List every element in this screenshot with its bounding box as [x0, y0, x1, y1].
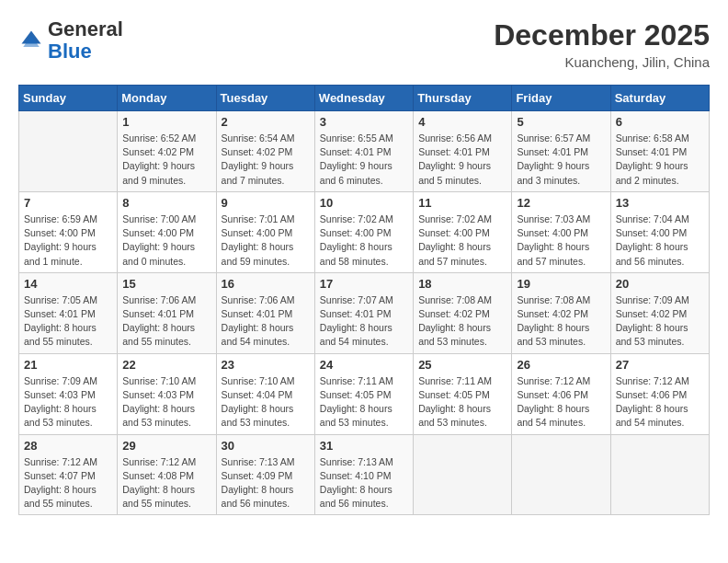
- calendar-day-cell: 27Sunrise: 7:12 AM Sunset: 4:06 PM Dayli…: [610, 353, 709, 434]
- day-number: 2: [222, 115, 310, 129]
- day-detail: Sunrise: 7:02 AM Sunset: 4:00 PM Dayligh…: [418, 213, 506, 269]
- calendar-day-cell: 30Sunrise: 7:13 AM Sunset: 4:09 PM Dayli…: [216, 434, 314, 515]
- weekday-header-cell: Friday: [512, 86, 610, 111]
- weekday-header-cell: Wednesday: [314, 86, 413, 111]
- calendar-day-cell: 25Sunrise: 7:11 AM Sunset: 4:05 PM Dayli…: [414, 353, 512, 434]
- calendar-day-cell: 26Sunrise: 7:12 AM Sunset: 4:06 PM Dayli…: [512, 353, 610, 434]
- day-detail: Sunrise: 7:11 AM Sunset: 4:05 PM Dayligh…: [320, 374, 408, 431]
- calendar-week-row: 28Sunrise: 7:12 AM Sunset: 4:07 PM Dayli…: [19, 434, 710, 515]
- weekday-header-cell: Sunday: [19, 86, 118, 111]
- calendar-day-cell: [19, 111, 118, 192]
- day-detail: Sunrise: 6:55 AM Sunset: 4:01 PM Dayligh…: [320, 132, 408, 188]
- day-number: 31: [320, 439, 408, 453]
- day-detail: Sunrise: 7:12 AM Sunset: 4:06 PM Dayligh…: [616, 374, 704, 431]
- day-number: 21: [24, 358, 112, 372]
- calendar-day-cell: [512, 434, 610, 515]
- day-number: 19: [517, 277, 605, 291]
- calendar-day-cell: 22Sunrise: 7:10 AM Sunset: 4:03 PM Dayli…: [118, 353, 216, 434]
- day-number: 16: [222, 277, 310, 291]
- day-number: 1: [122, 115, 210, 129]
- calendar-day-cell: 23Sunrise: 7:10 AM Sunset: 4:04 PM Dayli…: [216, 353, 314, 434]
- day-number: 3: [320, 115, 408, 129]
- day-detail: Sunrise: 7:06 AM Sunset: 4:01 PM Dayligh…: [122, 293, 210, 350]
- calendar-week-row: 14Sunrise: 7:05 AM Sunset: 4:01 PM Dayli…: [19, 272, 710, 353]
- calendar-day-cell: 16Sunrise: 7:06 AM Sunset: 4:01 PM Dayli…: [216, 272, 314, 353]
- day-number: 15: [122, 277, 210, 291]
- calendar-week-row: 21Sunrise: 7:09 AM Sunset: 4:03 PM Dayli…: [19, 353, 710, 434]
- calendar-day-cell: 6Sunrise: 6:58 AM Sunset: 4:01 PM Daylig…: [610, 111, 709, 192]
- calendar-day-cell: 3Sunrise: 6:55 AM Sunset: 4:01 PM Daylig…: [314, 111, 413, 192]
- day-detail: Sunrise: 7:12 AM Sunset: 4:08 PM Dayligh…: [122, 455, 210, 511]
- calendar-day-cell: 12Sunrise: 7:03 AM Sunset: 4:00 PM Dayli…: [512, 191, 610, 272]
- weekday-header-cell: Saturday: [610, 86, 709, 111]
- day-number: 28: [24, 439, 112, 453]
- day-detail: Sunrise: 7:01 AM Sunset: 4:00 PM Dayligh…: [222, 213, 310, 269]
- location-subtitle: Kuancheng, Jilin, China: [494, 54, 710, 70]
- day-number: 7: [24, 196, 112, 210]
- day-detail: Sunrise: 7:13 AM Sunset: 4:09 PM Dayligh…: [222, 455, 310, 511]
- title-block: December 2025 Kuancheng, Jilin, China: [494, 18, 710, 70]
- calendar-day-cell: 2Sunrise: 6:54 AM Sunset: 4:02 PM Daylig…: [216, 111, 314, 192]
- weekday-header-cell: Tuesday: [216, 86, 314, 111]
- weekday-header-cell: Monday: [118, 86, 216, 111]
- calendar-day-cell: 19Sunrise: 7:08 AM Sunset: 4:02 PM Dayli…: [512, 272, 610, 353]
- calendar-week-row: 7Sunrise: 6:59 AM Sunset: 4:00 PM Daylig…: [19, 191, 710, 272]
- weekday-header-row: SundayMondayTuesdayWednesdayThursdayFrid…: [19, 86, 710, 111]
- calendar-day-cell: 8Sunrise: 7:00 AM Sunset: 4:00 PM Daylig…: [118, 191, 216, 272]
- calendar-day-cell: 11Sunrise: 7:02 AM Sunset: 4:00 PM Dayli…: [414, 191, 512, 272]
- calendar-day-cell: 17Sunrise: 7:07 AM Sunset: 4:01 PM Dayli…: [314, 272, 413, 353]
- day-detail: Sunrise: 7:10 AM Sunset: 4:03 PM Dayligh…: [122, 374, 210, 431]
- calendar-day-cell: [414, 434, 512, 515]
- day-detail: Sunrise: 7:07 AM Sunset: 4:01 PM Dayligh…: [320, 293, 408, 350]
- day-detail: Sunrise: 7:11 AM Sunset: 4:05 PM Dayligh…: [418, 374, 506, 431]
- day-number: 22: [122, 358, 210, 372]
- weekday-header-cell: Thursday: [414, 86, 512, 111]
- day-detail: Sunrise: 7:05 AM Sunset: 4:01 PM Dayligh…: [24, 293, 112, 350]
- calendar-day-cell: 20Sunrise: 7:09 AM Sunset: 4:02 PM Dayli…: [610, 272, 709, 353]
- calendar-day-cell: 13Sunrise: 7:04 AM Sunset: 4:00 PM Dayli…: [610, 191, 709, 272]
- calendar-day-cell: 31Sunrise: 7:13 AM Sunset: 4:10 PM Dayli…: [314, 434, 413, 515]
- logo-general-text: General: [48, 17, 123, 40]
- calendar-day-cell: 18Sunrise: 7:08 AM Sunset: 4:02 PM Dayli…: [414, 272, 512, 353]
- day-number: 5: [517, 115, 605, 129]
- day-number: 24: [320, 358, 408, 372]
- day-detail: Sunrise: 7:09 AM Sunset: 4:02 PM Dayligh…: [616, 293, 704, 350]
- day-detail: Sunrise: 7:08 AM Sunset: 4:02 PM Dayligh…: [418, 293, 506, 350]
- logo: General Blue: [18, 18, 123, 63]
- calendar-day-cell: 1Sunrise: 6:52 AM Sunset: 4:02 PM Daylig…: [118, 111, 216, 192]
- day-detail: Sunrise: 7:00 AM Sunset: 4:00 PM Dayligh…: [122, 213, 210, 269]
- day-detail: Sunrise: 6:57 AM Sunset: 4:01 PM Dayligh…: [517, 132, 605, 188]
- calendar-day-cell: 7Sunrise: 6:59 AM Sunset: 4:00 PM Daylig…: [19, 191, 118, 272]
- calendar-day-cell: 4Sunrise: 6:56 AM Sunset: 4:01 PM Daylig…: [414, 111, 512, 192]
- day-number: 6: [616, 115, 704, 129]
- calendar-week-row: 1Sunrise: 6:52 AM Sunset: 4:02 PM Daylig…: [19, 111, 710, 192]
- calendar-day-cell: [610, 434, 709, 515]
- calendar-day-cell: 5Sunrise: 6:57 AM Sunset: 4:01 PM Daylig…: [512, 111, 610, 192]
- day-number: 23: [222, 358, 310, 372]
- calendar-day-cell: 24Sunrise: 7:11 AM Sunset: 4:05 PM Dayli…: [314, 353, 413, 434]
- day-number: 14: [24, 277, 112, 291]
- calendar-day-cell: 21Sunrise: 7:09 AM Sunset: 4:03 PM Dayli…: [19, 353, 118, 434]
- day-detail: Sunrise: 7:09 AM Sunset: 4:03 PM Dayligh…: [24, 374, 112, 431]
- calendar-day-cell: 15Sunrise: 7:06 AM Sunset: 4:01 PM Dayli…: [118, 272, 216, 353]
- day-number: 26: [517, 358, 605, 372]
- logo-blue-text: Blue: [48, 40, 92, 63]
- day-detail: Sunrise: 7:10 AM Sunset: 4:04 PM Dayligh…: [222, 374, 310, 431]
- day-number: 29: [122, 439, 210, 453]
- day-detail: Sunrise: 7:13 AM Sunset: 4:10 PM Dayligh…: [320, 455, 408, 511]
- page-header: General Blue December 2025 Kuancheng, Ji…: [18, 18, 710, 70]
- day-number: 13: [616, 196, 704, 210]
- day-number: 20: [616, 277, 704, 291]
- day-number: 18: [418, 277, 506, 291]
- day-detail: Sunrise: 6:59 AM Sunset: 4:00 PM Dayligh…: [24, 213, 112, 269]
- day-detail: Sunrise: 7:12 AM Sunset: 4:06 PM Dayligh…: [517, 374, 605, 431]
- day-number: 11: [418, 196, 506, 210]
- day-detail: Sunrise: 6:52 AM Sunset: 4:02 PM Dayligh…: [122, 132, 210, 188]
- day-number: 17: [320, 277, 408, 291]
- day-detail: Sunrise: 7:12 AM Sunset: 4:07 PM Dayligh…: [24, 455, 112, 511]
- day-number: 4: [418, 115, 506, 129]
- calendar-day-cell: 10Sunrise: 7:02 AM Sunset: 4:00 PM Dayli…: [314, 191, 413, 272]
- calendar-day-cell: 14Sunrise: 7:05 AM Sunset: 4:01 PM Dayli…: [19, 272, 118, 353]
- day-detail: Sunrise: 7:08 AM Sunset: 4:02 PM Dayligh…: [517, 293, 605, 350]
- calendar-day-cell: 9Sunrise: 7:01 AM Sunset: 4:00 PM Daylig…: [216, 191, 314, 272]
